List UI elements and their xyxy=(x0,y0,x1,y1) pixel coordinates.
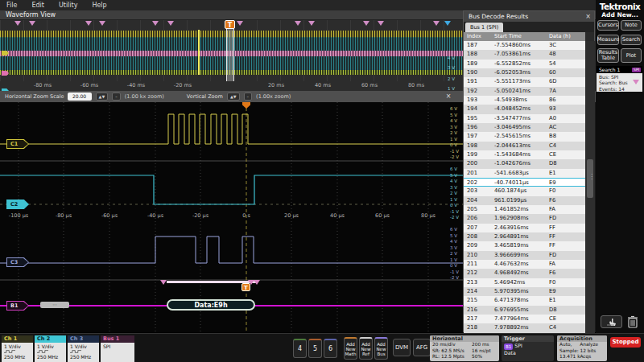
cell-data: 86 xyxy=(549,96,556,105)
dvm-button[interactable]: DVM xyxy=(393,339,411,356)
trigger-panel[interactable]: Trigger B1 SPI Data xyxy=(502,335,554,361)
search-1-card[interactable]: Search 1 SPI Bus: SPI Search: Bus Events… xyxy=(597,66,642,92)
search-marker-icon[interactable] xyxy=(14,21,21,26)
search-ab-marker-icon[interactable] xyxy=(444,21,451,26)
channel-badge-ch2[interactable]: Ch 21 V/div250 MHz xyxy=(35,335,66,362)
search-button[interactable]: Search xyxy=(621,35,642,45)
table-row[interactable]: 2082.964891msFF xyxy=(464,232,585,241)
table-row[interactable]: 2166.976955msD8 xyxy=(464,306,585,315)
channel-6-button[interactable]: 6 xyxy=(324,339,337,358)
table-row[interactable]: 200-1.042676msD8 xyxy=(464,159,585,168)
table-row[interactable]: 189-6.552852ms54 xyxy=(464,60,585,68)
search-marker-icon[interactable] xyxy=(378,21,384,26)
table-row[interactable]: 192-5.050241ms7A xyxy=(464,87,585,96)
table-row[interactable]: 202-40.74011µsE9 xyxy=(464,178,585,187)
table-row[interactable]: 193-4.54938ms86 xyxy=(464,96,585,105)
search-marker-icon[interactable] xyxy=(85,21,92,26)
table-row[interactable]: 203460.1874µsF0 xyxy=(464,187,585,195)
trash-button[interactable] xyxy=(626,315,639,329)
vertical-zoom-fine-button[interactable]: – xyxy=(244,93,253,101)
search-marker-icon[interactable] xyxy=(29,21,35,26)
table-row[interactable]: 198-2.044613msC4 xyxy=(464,142,585,150)
add-new-bus-button[interactable]: Add New Bus xyxy=(374,337,388,360)
channel-badge-ch3[interactable]: Ch 31 V/div250 MHz xyxy=(68,335,99,362)
column-header-start-time[interactable]: Start Time xyxy=(494,32,522,41)
zoomed-time-label: 0 s xyxy=(242,212,250,219)
vertical-zoom-readout: (1.00x zoom) xyxy=(256,93,291,100)
menu-item-help[interactable]: Help xyxy=(92,2,106,9)
zoom-close-icon[interactable]: × xyxy=(444,93,452,101)
vertical-zoom-stepper[interactable]: ▲▼ xyxy=(227,93,240,101)
table-row[interactable]: 194-4.048452ms93 xyxy=(464,105,585,113)
note-button[interactable]: Note xyxy=(621,20,642,31)
horizontal-zoom-scale-value[interactable]: 20.00 us/div xyxy=(68,93,92,101)
cell-data: D8 xyxy=(549,306,557,315)
add-new-ref-button[interactable]: Add New Ref xyxy=(359,337,373,360)
close-icon[interactable]: × xyxy=(585,11,591,22)
scrollbar-thumb[interactable] xyxy=(587,159,593,198)
search-marker-icon[interactable] xyxy=(237,21,243,26)
table-row[interactable]: 204961.0199µsF6 xyxy=(464,196,585,205)
table-row[interactable]: 195-3.547477msA0 xyxy=(464,114,585,123)
table-row[interactable]: 2135.46942msF0 xyxy=(464,278,585,287)
table-row[interactable]: 191-5.551173ms6D xyxy=(464,77,585,86)
cursors-button[interactable]: Cursors xyxy=(597,20,619,31)
table-row[interactable]: 2061.962908msFD xyxy=(464,214,585,223)
column-header-index[interactable]: Index xyxy=(467,32,481,41)
zoom-window-handle[interactable] xyxy=(226,23,234,81)
plot-button[interactable]: Plot xyxy=(621,48,642,63)
bus-controls-button[interactable]: ··· xyxy=(40,302,69,308)
afg-button[interactable]: AFG xyxy=(413,339,431,356)
trigger-position-marker[interactable]: T xyxy=(225,20,235,29)
search-marker-icon[interactable] xyxy=(152,21,159,26)
table-row[interactable]: 2124.968492msF6 xyxy=(464,269,585,278)
measure-button[interactable]: Measure xyxy=(597,35,619,45)
cell-index: 216 xyxy=(467,306,477,315)
horizontal-panel[interactable]: Horizontal 20 ms/div 200 ms SR: 62.5 MS/… xyxy=(430,335,499,361)
results-scrollbar[interactable] xyxy=(585,41,595,333)
search-marker-icon[interactable] xyxy=(167,21,174,26)
table-row[interactable]: 187-7.554860ms3C xyxy=(464,41,585,50)
acquisition-panel[interactable]: Acquisition Auto,Analyze Sample: 12 bits… xyxy=(557,335,607,361)
channel-badge-ch1[interactable]: Ch 11 V/div250 MHz xyxy=(2,335,33,362)
horizontal-zoom-fine-button[interactable]: – xyxy=(112,93,121,101)
table-row[interactable]: 2177.477964msCE xyxy=(464,315,585,323)
search-marker-icon[interactable] xyxy=(363,21,369,26)
search-marker-icon[interactable] xyxy=(308,21,315,26)
menu-item-edit[interactable]: Edit xyxy=(31,2,44,9)
table-row[interactable]: 2145.970395msE9 xyxy=(464,287,585,296)
results-table-button[interactable]: Results Table xyxy=(597,48,619,63)
table-row[interactable]: 199-1.543684msCE xyxy=(464,150,585,159)
table-row[interactable]: 196-3.046495msAC xyxy=(464,123,585,132)
channel-scale: 1 V/div xyxy=(37,343,66,349)
column-header-data[interactable]: Data (h) xyxy=(549,32,571,41)
bus-1-badge[interactable]: Bus 1 SPI xyxy=(101,335,134,362)
horizontal-zoom-stepper[interactable]: ▲▼ xyxy=(96,93,109,101)
search-marker-icon[interactable] xyxy=(295,21,301,26)
table-row[interactable]: 2156.471378msE1 xyxy=(464,296,585,305)
table-row[interactable]: 2103.966699msFD xyxy=(464,251,585,260)
add-new-math-button[interactable]: Add New Math xyxy=(344,337,357,360)
trigger-badge[interactable]: T xyxy=(242,283,250,291)
tab-bus1-spi[interactable]: Bus 1 (SPI) xyxy=(465,23,503,32)
table-row[interactable]: 2093.465819msFF xyxy=(464,241,585,250)
touch-mode-button[interactable] xyxy=(601,315,622,328)
search-marker-icon[interactable] xyxy=(433,21,440,26)
search-marker-icon[interactable] xyxy=(99,21,105,26)
channel-5-button[interactable]: 5 xyxy=(308,339,322,358)
menu-item-utility[interactable]: Utility xyxy=(59,2,78,9)
table-row[interactable]: 2187.978892msC4 xyxy=(464,323,585,332)
table-row[interactable]: 190-6.052053ms60 xyxy=(464,68,585,77)
table-row[interactable]: 2114.467632msFA xyxy=(464,260,585,269)
stopped-button[interactable]: Stopped xyxy=(610,337,641,348)
menu-item-file[interactable]: File xyxy=(6,2,17,9)
table-row[interactable]: 197-2.545615msB8 xyxy=(464,132,585,141)
cell-data: FD xyxy=(549,214,556,223)
bus-decode-results-header[interactable]: Bus Decode Results × xyxy=(464,11,594,22)
table-row[interactable]: 2051.461852msFA xyxy=(464,205,585,214)
channel-4-button[interactable]: 4 xyxy=(293,339,307,358)
table-row[interactable]: 201-541.6683µsE1 xyxy=(464,169,585,178)
table-row[interactable]: 188-7.053861ms48 xyxy=(464,50,585,59)
table-row[interactable]: 2072.463916msFF xyxy=(464,224,585,232)
results-table-body: 187-7.554860ms3C188-7.053861ms48189-6.55… xyxy=(464,41,585,333)
